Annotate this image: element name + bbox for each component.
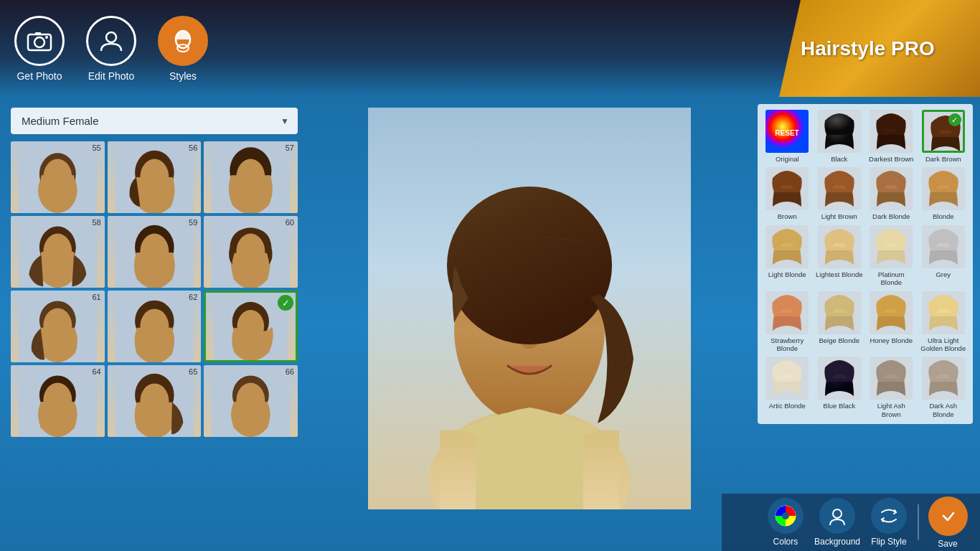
style-55-number: 55 [92,143,100,152]
style-item-57[interactable]: 57 [204,141,298,213]
light-ash-brown-swatch-label: Light Ash Brown [867,402,915,418]
background-button[interactable]: Background [814,498,860,547]
swatch-darkest-brown[interactable]: Darkest Brown [867,110,915,163]
style-item-65[interactable]: 65 [108,365,202,437]
dark-brown-swatch-preview: ✓ [922,110,965,153]
brown-swatch-label: Brown [778,212,797,220]
black-swatch-preview [818,110,861,153]
swatch-dark-ash-blonde[interactable]: Dark Ash Blonde [920,357,968,418]
swatch-original[interactable]: RESET Original [763,110,811,163]
swatch-grey[interactable]: Grey [920,225,968,287]
svg-point-4 [106,32,116,42]
honey-blonde-swatch-preview [870,291,913,334]
blonde-swatch-label: Blonde [933,212,954,220]
swatch-beige-blonde[interactable]: Beige Blonde [816,291,864,353]
swatch-lightest-blonde[interactable]: Lightest Blonde [816,225,864,287]
swatch-ultra-light-golden-blonde[interactable]: Ultra Light Golden Blonde [920,291,968,353]
style-58-number: 58 [92,218,100,227]
swatch-platinum-blonde[interactable]: Platinum Blonde [867,225,915,287]
swatch-blue-black[interactable]: Blue Black [816,357,864,418]
lightest-blonde-swatch-label: Lightest Blonde [816,270,863,278]
dark-ash-blonde-swatch-label: Dark Ash Blonde [920,402,968,418]
style-item-58[interactable]: 58 [11,216,105,288]
swatch-artic-blonde[interactable]: Artic Blonde [763,357,811,418]
bottom-toolbar: Colors Background Flip Style [722,494,980,551]
nav-edit-photo[interactable]: Edit Photo [86,16,136,82]
honey-blonde-swatch-label: Honey Blonde [870,336,913,344]
style-item-64[interactable]: 64 [11,365,105,437]
style-item-56[interactable]: 56 [108,141,202,213]
platinum-blonde-swatch-preview [870,225,913,268]
style-66-number: 66 [286,367,294,376]
colors-label: Colors [773,537,798,547]
app-header: Get Photo Edit Photo Styles Hairst [0,0,980,97]
background-label: Background [814,537,860,547]
svg-point-89 [833,509,842,518]
style-59-preview [108,216,202,288]
style-category-dropdown[interactable]: Medium Female Short Female Long Female S… [11,108,298,134]
save-button[interactable]: Save [926,496,969,549]
swatch-light-brown[interactable]: Light Brown [816,167,864,220]
style-item-60[interactable]: 60 [204,216,298,288]
main-content: Medium Female Short Female Long Female S… [0,97,980,551]
light-ash-brown-swatch-preview [870,357,913,400]
style-59-number: 59 [189,218,197,227]
style-item-62[interactable]: 62 [108,291,202,362]
save-label: Save [938,539,957,549]
main-nav: Get Photo Edit Photo Styles [14,16,208,82]
darkest-brown-swatch-preview [870,110,913,153]
swatch-dark-blonde[interactable]: Dark Blonde [867,167,915,220]
dark-blonde-swatch-preview [870,167,913,210]
photo-preview-panel [308,97,750,551]
colors-button[interactable]: Colors [764,498,807,547]
swatch-light-blonde[interactable]: Light Blonde [763,225,811,287]
style-item-55[interactable]: 55 [11,141,105,213]
swatch-strawberry-blonde[interactable]: Strawberry Blonde [763,291,811,353]
style-65-number: 65 [189,367,197,376]
style-61-preview [11,291,105,362]
swatch-brown[interactable]: Brown [763,167,811,220]
style-item-66[interactable]: 66 [204,365,298,437]
style-item-63[interactable]: ✓ [204,291,298,362]
svg-rect-2 [35,32,41,35]
artic-blonde-swatch-preview [765,357,809,400]
svg-rect-65 [476,434,583,509]
photo-preview [368,108,691,509]
color-panel: RESET Original Black [750,97,980,551]
style-55-preview [11,141,105,213]
style-64-number: 64 [92,367,100,376]
svg-point-88 [782,512,789,519]
lightest-blonde-swatch-preview [818,225,861,268]
platinum-blonde-swatch-label: Platinum Blonde [867,270,915,287]
edit-photo-label: Edit Photo [88,70,135,82]
grey-swatch-preview [922,225,965,268]
style-64-preview [11,365,105,437]
nav-get-photo[interactable]: Get Photo [14,16,65,82]
style-item-61[interactable]: 61 [11,291,105,362]
dark-brown-swatch-label: Dark Brown [925,155,961,163]
app-logo: Hairstyle PRO [779,0,980,97]
colors-icon [768,498,804,534]
style-category-dropdown-container: Medium Female Short Female Long Female S… [11,108,298,134]
original-swatch-preview: RESET [765,110,809,153]
swatch-light-ash-brown[interactable]: Light Ash Brown [867,357,915,418]
color-swatch-grid: RESET Original Black [758,104,973,424]
swatch-honey-blonde[interactable]: Honey Blonde [867,291,915,353]
person-edit-icon [86,16,136,66]
style-65-preview [108,365,202,437]
style-item-59[interactable]: 59 [108,216,202,288]
dark-brown-selected-check: ✓ [948,113,961,126]
ultra-light-golden-blonde-swatch-label: Ultra Light Golden Blonde [920,336,968,353]
swatch-black[interactable]: Black [816,110,864,163]
beige-blonde-swatch-label: Beige Blonde [819,336,859,344]
nav-styles[interactable]: Styles [158,16,208,82]
styles-label: Styles [169,70,197,82]
style-62-preview [108,291,202,362]
blonde-swatch-preview [922,167,965,210]
style-58-preview [11,216,105,288]
swatch-blonde[interactable]: Blonde [920,167,968,220]
toolbar-divider [918,504,919,540]
swatch-dark-brown[interactable]: ✓ Dark Brown [920,110,968,163]
flip-style-button[interactable]: Flip Style [867,498,910,547]
ultra-light-golden-blonde-swatch-preview [922,291,965,334]
